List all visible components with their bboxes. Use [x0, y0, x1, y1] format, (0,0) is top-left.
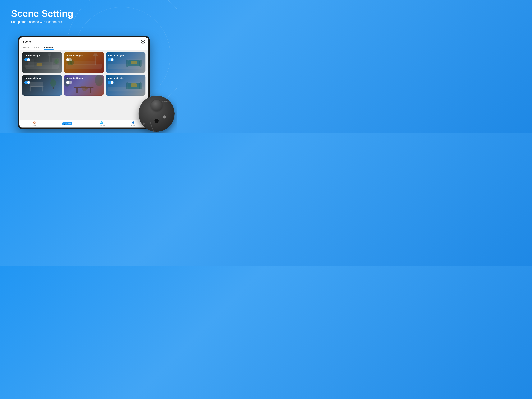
- scene-card-2-label: Turn off all lights: [66, 54, 101, 57]
- scene-card-4[interactable]: Turn on all lights: [22, 75, 62, 96]
- tab-scene[interactable]: Scene: [33, 45, 40, 50]
- scene-card-4-label: Turn on all lights: [24, 77, 60, 79]
- robot-button: [163, 116, 166, 118]
- page-title: Scene Setting: [11, 8, 73, 19]
- scene-card-4-toggle[interactable]: [24, 81, 30, 84]
- scene-section-title: Scene: [23, 40, 31, 43]
- robot-top-bump: [151, 100, 162, 111]
- scene-card-3-label: Turn on all lights: [108, 54, 143, 57]
- add-scene-button[interactable]: +: [141, 40, 145, 44]
- nav-home[interactable]: 🏠 Home: [32, 121, 36, 126]
- scene-card-3-content: Turn on all lights: [106, 52, 146, 73]
- scene-card-3-toggle[interactable]: [108, 58, 114, 61]
- nav-scenes[interactable]: ⬡ Scenes: [62, 122, 72, 125]
- tablet-content: Turn on all lights: [19, 50, 148, 120]
- nav-community-label: Community: [98, 125, 105, 126]
- scene-card-6-label: Turn on all lights: [108, 77, 143, 79]
- tabs-row: Group Scene Automate: [23, 45, 145, 50]
- home-icon: 🏠: [33, 121, 36, 124]
- scene-card-5-label: Turn off all lights: [66, 77, 101, 79]
- scene-card-1-label: Turn on all lights: [24, 54, 60, 57]
- robot-camera: [154, 118, 159, 123]
- scene-card-5[interactable]: Turn off all lights: [64, 75, 104, 96]
- scene-card-3[interactable]: Turn on all lights: [106, 52, 146, 73]
- page-subtitle: Set up smart scenes with just one click: [11, 20, 73, 24]
- tablet-frame: Scene + Group Scene Automate: [18, 36, 150, 129]
- tab-group[interactable]: Group: [23, 45, 29, 50]
- nav-scenes-box: ⬡ Scenes: [62, 122, 72, 125]
- robot-sensor: [143, 122, 145, 125]
- scene-card-2-content: Turn off all lights: [64, 52, 104, 73]
- robot-brand: PROSCENIC: [162, 101, 171, 102]
- robot-body: PROSCENIC: [139, 96, 175, 132]
- toggle-knob: [66, 58, 69, 61]
- toggle-knob: [27, 58, 30, 61]
- scene-card-2[interactable]: Turn off all lights: [64, 52, 104, 73]
- scenes-icon: ⬡: [63, 123, 65, 125]
- scene-card-4-content: Turn on all lights: [22, 75, 62, 96]
- scene-card-1-content: Turn on all lights: [22, 52, 62, 73]
- robot-vacuum: PROSCENIC: [133, 89, 177, 133]
- toggle-knob: [111, 81, 114, 84]
- nav-scenes-label: Scenes: [66, 123, 71, 125]
- community-icon: 🌐: [100, 121, 103, 124]
- scene-card-5-toggle[interactable]: [66, 81, 72, 84]
- scene-card-2-toggle[interactable]: [66, 58, 72, 61]
- bottom-nav: 🏠 Home ⬡ Scenes 🌐 Community 👤 Profile: [19, 120, 148, 128]
- scene-card-5-content: Turn off all lights: [64, 75, 104, 96]
- tablet-topbar: Scene + Group Scene Automate: [19, 37, 148, 50]
- scene-card-1-toggle[interactable]: [24, 58, 30, 61]
- scene-header-row: Scene +: [23, 40, 145, 44]
- toggle-knob: [27, 81, 30, 84]
- tablet-screen: Scene + Group Scene Automate: [19, 37, 148, 128]
- scene-card-1[interactable]: Turn on all lights: [22, 52, 62, 73]
- toggle-knob: [66, 81, 69, 84]
- tab-automate[interactable]: Automate: [44, 45, 54, 50]
- side-button-3: [150, 75, 150, 79]
- nav-home-label: Home: [32, 125, 36, 126]
- toggle-knob: [111, 58, 114, 61]
- side-button-2: [150, 68, 150, 72]
- page-header: Scene Setting Set up smart scenes with j…: [11, 8, 73, 24]
- scene-card-6-toggle[interactable]: [108, 81, 114, 84]
- side-button-1: [150, 61, 150, 65]
- nav-community[interactable]: 🌐 Community: [98, 121, 105, 126]
- scenes-grid: Turn on all lights: [22, 52, 146, 96]
